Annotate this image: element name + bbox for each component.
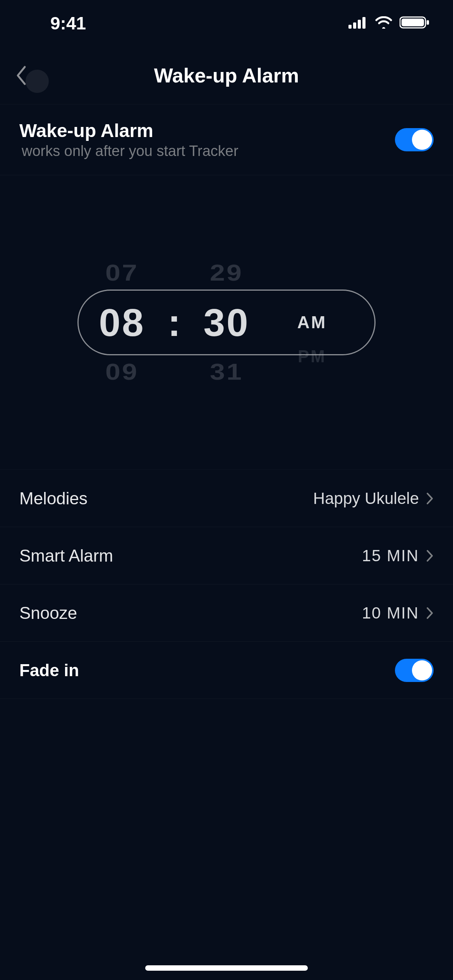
status-indicators — [348, 16, 430, 31]
hour-prev: 07 — [105, 260, 139, 286]
snooze-right: 10 MIN — [362, 604, 434, 622]
settings-list: Melodies Happy Ukulele Smart Alarm 15 MI… — [0, 469, 453, 699]
snooze-label: Snooze — [19, 603, 77, 623]
alarm-master-title: Wake-up Alarm — [19, 120, 239, 141]
svg-rect-1 — [353, 22, 356, 29]
svg-rect-3 — [362, 17, 365, 29]
wifi-icon — [375, 16, 393, 30]
chevron-right-icon — [426, 549, 434, 562]
toggle-knob — [412, 130, 432, 150]
minute-next: 31 — [210, 359, 243, 385]
melodies-right: Happy Ukulele — [313, 489, 434, 508]
battery-icon — [400, 16, 430, 31]
alarm-master-row: Wake-up Alarm works only after you start… — [0, 105, 453, 175]
minute-prev: 29 — [210, 260, 243, 286]
fade-in-toggle[interactable] — [395, 659, 434, 682]
nav-bar: Wake-up Alarm — [0, 46, 453, 105]
fade-in-label: Fade in — [19, 661, 79, 680]
fade-in-row: Fade in — [0, 642, 453, 699]
ampm-column[interactable]: · AM PM — [271, 279, 348, 366]
separator-column: · : · — [166, 257, 182, 387]
time-picker-columns: 07 08 09 · : · 29 30 31 · AM PM — [77, 257, 376, 387]
back-highlight-dot — [26, 70, 49, 93]
cellular-icon — [348, 16, 368, 30]
snooze-value: 10 MIN — [362, 604, 419, 622]
svg-rect-0 — [348, 25, 352, 29]
hour-selected: 08 — [99, 303, 145, 342]
back-button[interactable] — [15, 58, 49, 93]
minute-selected: 30 — [203, 303, 249, 342]
status-time: 9:41 — [50, 13, 86, 34]
melodies-label: Melodies — [19, 489, 88, 508]
smart-alarm-right: 15 MIN — [362, 547, 434, 565]
svg-rect-6 — [427, 20, 429, 25]
page-title: Wake-up Alarm — [154, 64, 299, 87]
smart-alarm-value: 15 MIN — [362, 547, 419, 565]
toggle-knob — [412, 660, 432, 680]
smart-alarm-label: Smart Alarm — [19, 546, 113, 565]
svg-rect-2 — [358, 20, 361, 29]
alarm-master-subtitle: works only after you start Tracker — [22, 143, 239, 159]
time-separator: : — [166, 303, 182, 342]
minute-column[interactable]: 29 30 31 — [182, 257, 271, 387]
svg-rect-5 — [402, 19, 424, 26]
alarm-master-text: Wake-up Alarm works only after you start… — [19, 120, 239, 159]
hour-next: 09 — [105, 359, 139, 385]
snooze-row[interactable]: Snooze 10 MIN — [0, 584, 453, 642]
hour-column[interactable]: 07 08 09 — [77, 257, 166, 387]
home-indicator[interactable] — [145, 965, 308, 971]
chevron-right-icon — [426, 492, 434, 505]
melodies-value: Happy Ukulele — [313, 489, 419, 508]
ampm-selected: AM — [297, 313, 327, 332]
ampm-other: PM — [298, 347, 326, 366]
alarm-master-toggle[interactable] — [395, 128, 434, 151]
status-bar: 9:41 — [0, 0, 453, 46]
chevron-right-icon — [426, 607, 434, 620]
time-picker[interactable]: 07 08 09 · : · 29 30 31 · AM PM — [0, 175, 453, 469]
melodies-row[interactable]: Melodies Happy Ukulele — [0, 470, 453, 527]
smart-alarm-row[interactable]: Smart Alarm 15 MIN — [0, 527, 453, 584]
